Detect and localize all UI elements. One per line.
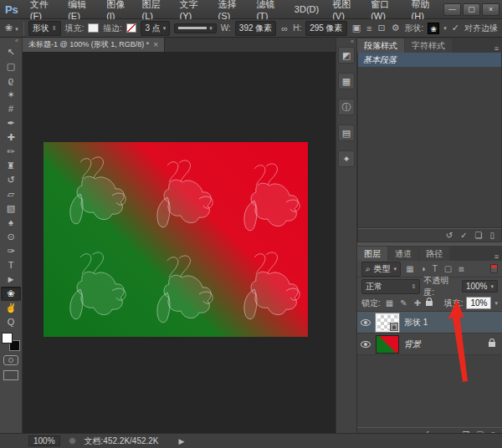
dock-collapse-icon[interactable]: «: [336, 38, 356, 47]
lock-transparency-icon[interactable]: ▦: [384, 298, 395, 308]
layer-name[interactable]: 形状 1: [404, 317, 428, 328]
foreground-color-swatch[interactable]: [2, 333, 13, 344]
new-style-icon[interactable]: ❏: [475, 231, 483, 240]
tool-spot-healing[interactable]: ✚: [1, 130, 21, 145]
shape-picker-thumbnail[interactable]: ❀: [428, 23, 439, 34]
tool-lasso[interactable]: ϱ: [1, 74, 21, 88]
tool-dodge[interactable]: ⊙: [1, 230, 21, 244]
lock-pixels-icon[interactable]: ✎: [398, 298, 408, 308]
paragraph-style-item[interactable]: 基本段落: [358, 53, 501, 67]
brush-presets-panel-icon[interactable]: ✦: [338, 150, 355, 167]
tool-preset-icon[interactable]: ❀ ▾: [4, 23, 19, 33]
layer-row-shape1[interactable]: ❀ 形状 1: [357, 312, 502, 333]
menu-select[interactable]: 选择(S): [211, 0, 249, 21]
tool-zoom[interactable]: Q: [1, 315, 21, 329]
menu-3d[interactable]: 3D(D): [288, 4, 325, 14]
stroke-style-dropdown[interactable]: ▾: [174, 23, 217, 33]
width-field[interactable]: 392 像素: [235, 21, 276, 36]
panel-menu-icon[interactable]: ≡: [491, 44, 502, 53]
path-arrangement-icon[interactable]: ⊡: [376, 23, 386, 33]
visibility-eye-icon[interactable]: [361, 341, 371, 348]
maximize-button[interactable]: ▢: [463, 3, 480, 16]
stroke-swatch[interactable]: [126, 23, 137, 33]
tool-rectangular-marquee[interactable]: ▢: [1, 59, 21, 74]
fill-percentage-input[interactable]: 10%: [466, 297, 491, 309]
path-alignment-icon[interactable]: ≡: [366, 23, 372, 33]
opacity-dropdown[interactable]: 100%▾: [462, 280, 498, 293]
visibility-eye-icon[interactable]: [361, 319, 371, 326]
layers-panel-menu-icon[interactable]: ≡: [491, 252, 502, 261]
menu-filter[interactable]: 滤镜(T): [249, 0, 287, 21]
tab-layers[interactable]: 图层: [357, 247, 387, 261]
filter-shape-layers-icon[interactable]: ▢: [443, 264, 453, 273]
layer-name[interactable]: 背景: [404, 339, 421, 350]
menu-edit[interactable]: 编辑(E): [61, 0, 100, 21]
menu-file[interactable]: 文件(F): [23, 0, 61, 21]
menu-image[interactable]: 图像(I): [100, 0, 135, 21]
filter-type-layers-icon[interactable]: T: [431, 264, 439, 273]
tool-move[interactable]: ↖: [1, 45, 21, 59]
tool-brush[interactable]: ✏: [1, 145, 21, 159]
menu-type[interactable]: 文字(Y): [173, 0, 212, 21]
filter-adjustment-layers-icon[interactable]: ◑: [419, 264, 428, 273]
path-operations-icon[interactable]: ▣: [351, 23, 361, 33]
document-tab[interactable]: 未标题-1 @ 100% (形状 1, RGB/8) * ×: [23, 38, 165, 52]
zoom-level-field[interactable]: 100%: [28, 435, 60, 446]
delete-style-icon[interactable]: ▯: [489, 231, 494, 240]
tool-pen[interactable]: ✑: [1, 244, 21, 258]
filter-smart-objects-icon[interactable]: ⧈: [457, 264, 465, 274]
tab-paragraph-styles[interactable]: 段落样式: [357, 38, 404, 53]
menu-window[interactable]: 窗口(W): [364, 0, 404, 21]
screen-mode-button[interactable]: [3, 370, 18, 380]
tool-blur[interactable]: ♠: [1, 216, 21, 230]
tool-eraser[interactable]: ▱: [1, 187, 21, 201]
tool-clone-stamp[interactable]: ♜: [1, 159, 21, 173]
filter-pixel-layers-icon[interactable]: ▦: [404, 264, 415, 273]
tab-paths[interactable]: 路径: [419, 247, 449, 261]
lock-all-icon[interactable]: [426, 301, 433, 306]
tool-hand[interactable]: ✌: [1, 301, 21, 315]
menu-view[interactable]: 视图(V): [325, 0, 364, 21]
close-button[interactable]: ×: [482, 3, 499, 16]
fill-swatch[interactable]: [88, 23, 99, 33]
menu-layer[interactable]: 图层(L): [136, 0, 173, 21]
quick-mask-button[interactable]: [3, 355, 18, 365]
styles-panel-icon[interactable]: ▦: [338, 73, 355, 89]
tool-gradient[interactable]: ▧: [1, 201, 21, 216]
layer-row-background[interactable]: 背景: [357, 333, 502, 355]
tool-history-brush[interactable]: ↺: [1, 173, 21, 187]
redefine-style-icon[interactable]: ✓: [460, 231, 467, 240]
shape-picker-arrow-icon[interactable]: ▾: [443, 25, 447, 32]
document-close-icon[interactable]: ×: [153, 40, 158, 49]
toolbar-collapse-icon[interactable]: «: [15, 38, 22, 45]
swatches-panel-icon[interactable]: ▤: [338, 125, 355, 141]
tab-character-styles[interactable]: 字符样式: [405, 38, 452, 53]
tool-mode-dropdown[interactable]: 形状⇕: [28, 21, 61, 36]
tool-eyedropper[interactable]: ✒: [1, 116, 21, 130]
blend-mode-dropdown[interactable]: 正常⇕: [361, 279, 420, 294]
layer-thumbnail[interactable]: [376, 335, 399, 354]
gear-icon[interactable]: ⚙: [391, 23, 401, 33]
menu-help[interactable]: 帮助(H): [405, 0, 443, 21]
status-expand-icon[interactable]: ▶: [179, 437, 185, 445]
link-dimensions-icon[interactable]: ∞: [280, 23, 289, 33]
filter-type-dropdown[interactable]: ⌕ 类型▾: [361, 262, 401, 277]
tool-magic-wand[interactable]: ✶: [1, 88, 21, 102]
align-edges-checkbox[interactable]: ✓: [451, 23, 460, 33]
tab-channels[interactable]: 通道: [388, 247, 418, 261]
clear-override-icon[interactable]: ↺: [446, 231, 453, 240]
minimize-button[interactable]: —: [443, 3, 461, 16]
height-field[interactable]: 295 像素: [305, 21, 346, 36]
tool-custom-shape[interactable]: ❀: [1, 287, 21, 301]
tool-crop[interactable]: #: [1, 102, 21, 116]
tool-type[interactable]: T: [1, 258, 21, 272]
canvas-image[interactable]: [44, 142, 308, 337]
layer-thumbnail[interactable]: ❀: [376, 313, 399, 332]
lock-position-icon[interactable]: ✚: [412, 298, 423, 308]
info-panel-icon[interactable]: ⓘ: [338, 99, 355, 115]
tool-path-selection[interactable]: ►: [1, 272, 21, 287]
stroke-width-field[interactable]: 3 点▾: [141, 21, 170, 36]
fill-dropdown-icon[interactable]: ▾: [494, 300, 498, 307]
filter-toggle-switch[interactable]: [490, 264, 498, 273]
adjustments-panel-icon[interactable]: ◩: [338, 47, 355, 64]
